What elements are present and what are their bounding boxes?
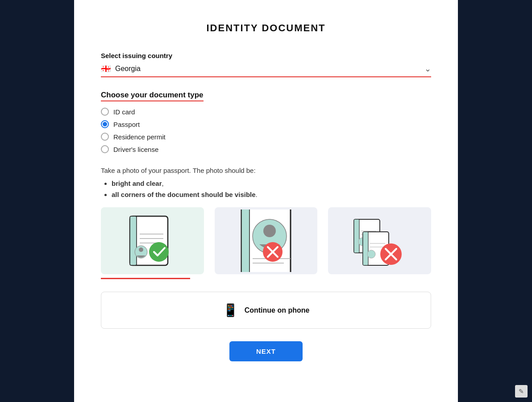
radio-residence-permit[interactable]: Residence permit	[101, 133, 431, 141]
photo-rules-list: bright and clear, all corners of the doc…	[101, 180, 431, 198]
radio-passport-label: Passport	[113, 121, 140, 128]
svg-rect-21	[363, 232, 368, 265]
radio-residence-permit-label: Residence permit	[113, 133, 166, 141]
chevron-down-icon: ⌄	[424, 64, 431, 74]
country-section-label: Select issuing country	[101, 52, 431, 59]
content-panel: IDENTITY DOCUMENT Select issuing country…	[74, 0, 458, 402]
radio-passport[interactable]: Passport	[101, 120, 431, 128]
continue-on-phone-box[interactable]: 📱 Continue on phone	[101, 292, 431, 329]
continue-phone-label: Continue on phone	[245, 306, 310, 314]
next-button[interactable]: NEXT	[229, 341, 303, 361]
country-select[interactable]: 🇬🇪 Georgia ⌄	[101, 64, 431, 77]
radio-passport-input[interactable]	[101, 120, 109, 128]
svg-point-7	[149, 242, 169, 262]
edit-icon: ✎	[519, 388, 524, 395]
svg-rect-16	[354, 219, 359, 253]
bad-close-svg	[230, 209, 302, 272]
selected-country-label: Georgia	[115, 65, 141, 73]
left-background	[0, 0, 74, 402]
phone-icon: 📱	[223, 303, 238, 318]
radio-id-card-label: ID card	[113, 108, 135, 116]
good-passport-svg	[116, 209, 188, 272]
bad-multiple-svg	[344, 209, 416, 272]
svg-point-6	[139, 247, 143, 252]
page-title: IDENTITY DOCUMENT	[101, 18, 431, 34]
radio-id-card-input[interactable]	[101, 108, 109, 116]
radio-drivers-license[interactable]: Driver's license	[101, 145, 431, 153]
page-layout: IDENTITY DOCUMENT Select issuing country…	[0, 0, 532, 402]
photo-instructions: Take a photo of your passport. The photo…	[101, 167, 431, 198]
photo-rule-2-bold: all corners of the document should be vi…	[112, 191, 256, 198]
georgia-flag-icon: 🇬🇪	[101, 64, 111, 74]
country-select-inner: 🇬🇪 Georgia	[101, 64, 141, 74]
right-background: ✎	[458, 0, 532, 402]
photo-instruction-text: Take a photo of your passport. The photo…	[101, 167, 431, 174]
illustration-row	[101, 207, 431, 274]
illustration-bad-multiple	[328, 207, 431, 274]
photo-rule-1-bold: bright and clear	[112, 180, 162, 187]
radio-drivers-license-label: Driver's license	[113, 146, 158, 153]
edit-icon-button[interactable]: ✎	[515, 385, 528, 398]
document-type-radio-group: ID card Passport Residence permit Driver…	[101, 108, 431, 153]
photo-rule-2: all corners of the document should be vi…	[112, 191, 431, 198]
illustration-bad-close	[215, 207, 318, 274]
radio-drivers-license-input[interactable]	[101, 145, 109, 153]
doc-type-title: Choose your document type	[101, 91, 204, 101]
radio-id-card[interactable]: ID card	[101, 108, 431, 116]
illustration-good	[101, 207, 204, 274]
svg-rect-9	[241, 209, 249, 272]
svg-rect-1	[130, 216, 137, 265]
red-divider-bar	[101, 278, 190, 279]
photo-rule-1: bright and clear,	[112, 180, 431, 187]
svg-point-24	[367, 250, 375, 258]
svg-point-11	[263, 225, 276, 237]
document-type-section: Choose your document type ID card Passpo…	[101, 91, 431, 153]
radio-residence-permit-input[interactable]	[101, 133, 109, 141]
